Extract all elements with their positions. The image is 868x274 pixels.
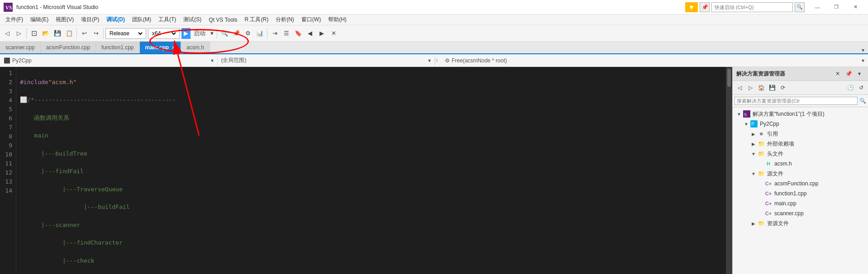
- tab-main-cpp[interactable]: main.cpp ✕: [140, 42, 181, 53]
- sidebar-refresh-btn[interactable]: ⟳: [778, 83, 788, 93]
- pin-scroll-btn[interactable]: ↑: [435, 57, 441, 64]
- sidebar-menu-btn[interactable]: ▾: [854, 69, 864, 79]
- menu-edit[interactable]: 编辑(E): [27, 14, 52, 25]
- tree-function1-cpp[interactable]: C+ function1.cpp: [734, 189, 866, 198]
- sidebar-home-btn[interactable]: 🏠: [756, 83, 766, 93]
- restore-button[interactable]: ❐: [827, 0, 845, 14]
- solution-icon: S: [743, 110, 751, 118]
- references-label: 引用: [767, 130, 778, 138]
- tree-references[interactable]: ▶ ■ 引用: [734, 129, 866, 139]
- menu-analyze[interactable]: 分析(N): [272, 14, 298, 25]
- menu-debug[interactable]: 调试(D): [103, 14, 129, 25]
- sidebar-undo-btn[interactable]: ↺: [856, 83, 866, 93]
- tab-function1-cpp[interactable]: function1.cpp: [96, 42, 139, 53]
- sidebar-search-icon[interactable]: 🔍: [859, 98, 866, 104]
- tree-solution[interactable]: ▼ S 解决方案“function1”(1 个项目): [734, 109, 866, 119]
- bookmark-button[interactable]: 🔖: [293, 28, 304, 39]
- quick-launch-bar: ▼ 📌 🔍: [685, 2, 805, 12]
- scroll-thumb[interactable]: [727, 69, 731, 87]
- redo-button[interactable]: ↪: [91, 28, 101, 39]
- editor-scrollbar[interactable]: [726, 67, 732, 274]
- save-all-button[interactable]: 📋: [64, 28, 75, 39]
- code-nav-scope[interactable]: (全局范围) ▾: [218, 54, 435, 66]
- menu-file[interactable]: 文件(F): [2, 14, 27, 25]
- code-nav-scope-arrow: ▾: [428, 57, 431, 64]
- undo-button[interactable]: ↩: [79, 28, 90, 39]
- menu-window[interactable]: 窗口(W): [298, 14, 324, 25]
- platform-select[interactable]: x64 x86: [150, 30, 177, 37]
- tab-acsm-function-cpp[interactable]: acsmFunction.cpp: [41, 42, 96, 53]
- quick-launch-input[interactable]: [711, 2, 793, 12]
- indent-button[interactable]: ⇥: [269, 28, 280, 39]
- build-config-select[interactable]: Release Debug: [108, 30, 144, 37]
- tree-source-files[interactable]: ▼ 📁 源文件: [734, 169, 866, 179]
- tree-scanner-cpp[interactable]: C+ scanner.cpp: [734, 208, 866, 218]
- tb-extra-2[interactable]: 📊: [254, 28, 265, 39]
- line-num-7: 7: [4, 123, 12, 132]
- quick-launch-search-icon[interactable]: 🔍: [795, 2, 805, 12]
- quick-launch-filter-icon[interactable]: ▼: [685, 2, 698, 12]
- open-button[interactable]: 📂: [40, 28, 51, 39]
- close-main-tab[interactable]: ✕: [172, 45, 175, 50]
- tab-overflow-btn[interactable]: ▾: [858, 47, 868, 53]
- tb-extra-1[interactable]: ⚙: [243, 28, 253, 39]
- toolbar-sep-4: [217, 28, 217, 39]
- menu-qtvs[interactable]: Qt VS Tools: [205, 14, 241, 25]
- save-button[interactable]: 💾: [52, 28, 63, 39]
- sidebar-close-btn[interactable]: ✕: [833, 69, 843, 79]
- menu-rtools[interactable]: R 工具(R): [241, 14, 272, 25]
- tree-header-files[interactable]: ▼ 📁 头文件: [734, 149, 866, 159]
- tab-scanner-cpp[interactable]: scanner.cpp: [0, 42, 41, 53]
- minimize-button[interactable]: —: [808, 0, 826, 14]
- back-button[interactable]: ◁: [2, 28, 13, 39]
- platform-dropdown[interactable]: x64 x86: [148, 28, 180, 39]
- tree-acsm-h[interactable]: H acsm.h: [734, 159, 866, 169]
- prev-bookmark-btn[interactable]: ◀: [305, 28, 315, 39]
- code-line-8: |---buildFail: [20, 203, 722, 212]
- code-nav-function[interactable]: ⚙ Free(acsmNode * root) ▾: [441, 54, 868, 66]
- sidebar-forward-btn[interactable]: ▷: [745, 83, 755, 93]
- line-num-4: 4: [4, 96, 12, 105]
- tree-main-cpp[interactable]: C+ main.cpp: [734, 198, 866, 208]
- menu-tools[interactable]: 工具(T): [155, 14, 180, 25]
- tab-acsm-h[interactable]: acsm.h: [181, 42, 210, 53]
- sidebar-auto-hide-btn[interactable]: 📌: [844, 69, 854, 79]
- extdeps-arrow: ▶: [750, 142, 757, 146]
- references-arrow: ▶: [750, 132, 757, 137]
- menu-view[interactable]: 视图(V): [52, 14, 77, 25]
- run-button[interactable]: ▶: [181, 28, 191, 39]
- code-nav-class[interactable]: ⬛ Py2Cpp ▾: [0, 54, 218, 66]
- sources-folder-icon: 📁: [757, 170, 765, 177]
- solution-arrow: ▼: [735, 112, 743, 117]
- menu-help[interactable]: 帮助(H): [324, 14, 350, 25]
- close-button[interactable]: ✕: [846, 0, 864, 14]
- forward-button[interactable]: ▷: [14, 28, 24, 39]
- pin-button[interactable]: 📌: [231, 28, 242, 39]
- next-bookmark-btn[interactable]: ▶: [316, 28, 327, 39]
- search-button[interactable]: 🔍: [219, 28, 230, 39]
- new-button[interactable]: ⊡: [29, 28, 39, 39]
- sidebar-clock-btn[interactable]: 🕒: [845, 83, 855, 93]
- line-num-8: 8: [4, 132, 12, 141]
- dropdown-arrow[interactable]: ▾: [209, 28, 215, 39]
- menu-test[interactable]: 测试(S): [180, 14, 205, 25]
- quick-launch-pin-icon[interactable]: 📌: [700, 2, 710, 12]
- code-line-10: |---findCharacter: [20, 238, 722, 247]
- sidebar-save-btn[interactable]: 💾: [767, 83, 777, 93]
- code-content[interactable]: #include"acsm.h" ⬜/*--------------------…: [16, 67, 726, 274]
- clear-bookmark-btn[interactable]: ✕: [328, 28, 339, 39]
- tree-external-deps[interactable]: ▶ 📁 外部依赖项: [734, 139, 866, 149]
- tree-project[interactable]: ▼ P Py2Cpp: [734, 119, 866, 129]
- tree-resource-files[interactable]: ▶ 📁 资源文件: [734, 218, 866, 228]
- menu-team[interactable]: 团队(M): [129, 14, 155, 25]
- headers-arrow: ▼: [750, 151, 757, 156]
- start-label-button[interactable]: 启动: [191, 28, 208, 39]
- tree-acsmfunction-cpp[interactable]: C+ acsmFunction.cpp: [734, 179, 866, 189]
- line-num-1: 1: [4, 69, 12, 78]
- sidebar-search-input[interactable]: [734, 97, 858, 105]
- menu-bar: 文件(F) 编辑(E) 视图(V) 项目(P) 调试(D) 团队(M) 工具(T…: [0, 14, 868, 25]
- sidebar-back-btn[interactable]: ◁: [734, 83, 744, 93]
- comment-button[interactable]: ☰: [281, 28, 292, 39]
- menu-project[interactable]: 项目(P): [77, 14, 103, 25]
- build-config-dropdown[interactable]: Release Debug: [105, 28, 146, 39]
